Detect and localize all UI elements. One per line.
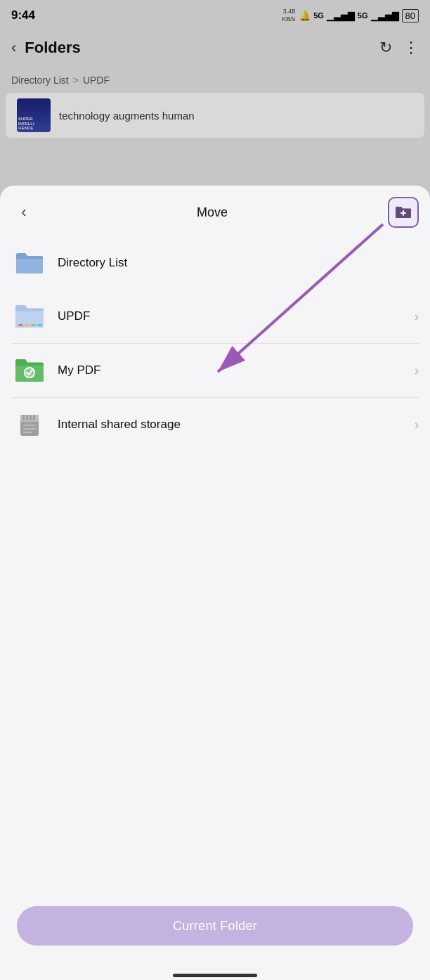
file-item-updf[interactable]: UPDF › [11, 290, 419, 344]
storage-label: Internal shared storage [58, 418, 415, 432]
svg-rect-14 [30, 415, 32, 420]
current-folder-button[interactable]: Current Folder [17, 906, 413, 946]
bottom-button-wrap: Current Folder [0, 895, 430, 968]
storage-icon [11, 408, 48, 441]
svg-rect-12 [22, 415, 25, 420]
new-folder-button[interactable] [388, 197, 419, 228]
updf-folder-icon [11, 299, 48, 333]
svg-rect-7 [37, 324, 42, 326]
mypdf-label: My PDF [58, 363, 415, 378]
svg-rect-17 [23, 428, 36, 430]
mypdf-folder-icon [11, 354, 48, 387]
modal-sheet: ‹ Move [0, 186, 430, 980]
svg-rect-5 [25, 324, 30, 326]
home-bar [173, 974, 257, 977]
file-item-mypdf[interactable]: My PDF › [11, 344, 419, 398]
modal-back-icon: ‹ [21, 203, 26, 221]
modal-back-button[interactable]: ‹ [11, 200, 37, 225]
file-item-storage[interactable]: Internal shared storage › [11, 398, 419, 451]
svg-rect-6 [31, 324, 36, 326]
file-list: Directory List UPDF › [0, 236, 430, 895]
new-folder-icon [393, 204, 413, 221]
directory-list-icon [11, 246, 48, 280]
svg-rect-4 [18, 324, 23, 326]
svg-rect-16 [23, 425, 36, 426]
modal-header: ‹ Move [0, 186, 430, 236]
modal-overlay: ‹ Move [0, 0, 430, 980]
home-indicator [0, 968, 430, 980]
modal-title: Move [37, 205, 388, 220]
current-folder-label: Current Folder [173, 919, 257, 934]
updf-label: UPDF [58, 309, 415, 323]
mypdf-chevron: › [415, 363, 419, 378]
directory-list-item[interactable]: Directory List [11, 236, 419, 290]
storage-chevron: › [415, 418, 419, 432]
updf-chevron: › [415, 309, 419, 324]
svg-rect-13 [26, 415, 28, 420]
directory-list-label: Directory List [58, 256, 419, 270]
svg-rect-15 [33, 415, 35, 420]
svg-rect-18 [23, 432, 32, 433]
